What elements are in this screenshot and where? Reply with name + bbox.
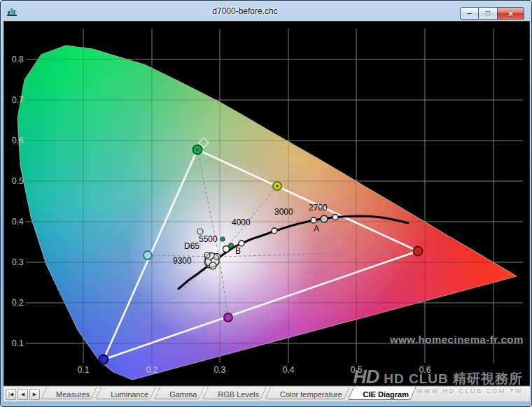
tab-scroll-next-button[interactable]: ▶ xyxy=(29,389,40,400)
tab-label: Color temperature xyxy=(280,390,342,399)
magenta-secondary-marker xyxy=(224,313,232,322)
app-icon xyxy=(6,6,18,17)
tab-luminance[interactable]: Luminance xyxy=(100,387,159,401)
x-axis-label: 0.2 xyxy=(146,365,158,375)
tab-label: Gamma xyxy=(169,390,197,399)
label-a: A xyxy=(314,224,319,234)
window-title: d7000-before.chc xyxy=(43,1,447,21)
y-axis-label: 0.4 xyxy=(12,217,24,227)
spectral-locus xyxy=(4,22,529,385)
tab-label: CIE Diagram xyxy=(363,390,409,399)
y-axis-label: 0.2 xyxy=(12,298,24,308)
label-5500: 5500 xyxy=(199,234,218,244)
minimize-button[interactable]: – xyxy=(460,7,479,20)
y-axis-label: 0.6 xyxy=(12,136,24,145)
illuminant-b-dot xyxy=(229,243,233,248)
label-3000: 3000 xyxy=(274,207,293,217)
label-9300: 9300 xyxy=(173,256,192,266)
tab-gamma[interactable]: Gamma xyxy=(159,387,207,401)
tab-scroll-first-button[interactable]: |◀ xyxy=(6,389,16,400)
tab-scroll-prev-button[interactable]: ◀ xyxy=(18,389,28,400)
x-axis-label: 0.6 xyxy=(419,365,431,375)
watermark-homecinema: www.homecinema-fr.com xyxy=(389,334,524,345)
measure-green-dot xyxy=(220,237,225,241)
label-2700: 2700 xyxy=(309,203,328,213)
label-d65: D65 xyxy=(184,241,200,251)
blue-primary-marker xyxy=(99,355,108,364)
plot-area: 9300 D65 5500 4000 3000 2700 A B 0.8 0.7… xyxy=(4,21,530,386)
tab-label: Luminance xyxy=(111,390,148,399)
tabbar: |◀ ◀ ▶ Measures Luminance Gamma RGB Leve… xyxy=(4,386,530,401)
y-axis-label: 0.3 xyxy=(12,257,24,267)
tab-label: Measures xyxy=(56,390,90,399)
y-axis-label: 0.1 xyxy=(12,338,24,348)
tab-rgb-levels[interactable]: RGB Levels xyxy=(207,387,270,401)
tab-measures[interactable]: Measures xyxy=(46,387,100,401)
cie-diagram-svg: 9300 D65 5500 4000 3000 2700 A B 0.8 0.7… xyxy=(4,22,529,385)
label-4000: 4000 xyxy=(232,217,251,227)
titlebar[interactable]: d7000-before.chc – □ × xyxy=(1,1,531,21)
x-axis-label: 0.5 xyxy=(351,365,363,375)
x-axis-label: 0.4 xyxy=(283,365,295,375)
green-primary-dot xyxy=(196,148,198,150)
maximize-button[interactable]: □ xyxy=(479,7,498,20)
y-axis-label: 0.5 xyxy=(12,176,24,186)
y-axis-label: 0.8 xyxy=(12,55,24,64)
tab-cie-diagram[interactable]: CIE Diagram xyxy=(353,387,419,401)
close-button[interactable]: × xyxy=(498,7,524,20)
label-b: B xyxy=(235,246,241,256)
x-axis-label: 0.3 xyxy=(214,365,226,375)
yellow-secondary-dot xyxy=(276,185,278,187)
red-primary-marker xyxy=(414,247,423,256)
tab-color-temperature[interactable]: Color temperature xyxy=(270,387,353,401)
cyan-secondary-marker xyxy=(144,251,152,259)
x-axis-label: 0.1 xyxy=(78,365,90,375)
app-window: d7000-before.chc – □ × xyxy=(0,0,532,407)
y-axis-label: 0.7 xyxy=(12,95,24,105)
tab-label: RGB Levels xyxy=(218,390,259,399)
